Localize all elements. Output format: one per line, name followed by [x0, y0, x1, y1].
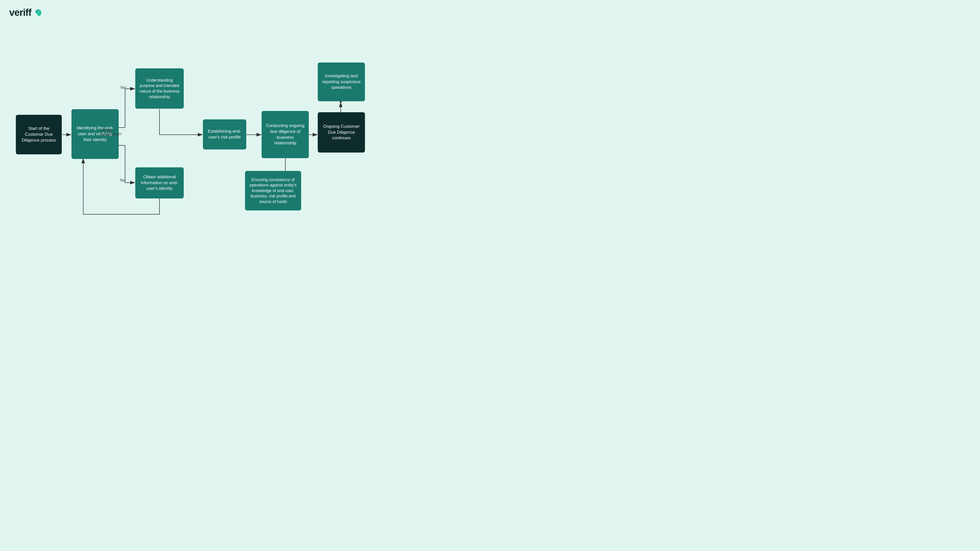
node-ongoing-continues: Ongoing Customer Due Diligence continues — [318, 112, 365, 152]
node-understanding: Understanding purpose and intended natur… — [135, 68, 184, 109]
logo: veriff — [9, 7, 43, 18]
node-risk-profile: Establishing end-user's risk profile — [203, 119, 246, 149]
logo-leaf-icon — [33, 8, 43, 17]
label-yes: Yes — [120, 86, 127, 90]
node-obtain: Obtain additional information on end-use… — [135, 167, 184, 198]
label-identity-established: Identityestablished? — [100, 127, 121, 136]
node-investigating: Investigating and reporting suspicious o… — [318, 62, 365, 101]
node-start: Start of the Customer Due Diligence proc… — [16, 115, 62, 154]
node-ongoing-due: Conducting ongoing due diligence of busi… — [262, 111, 309, 158]
flowchart: Start of the Customer Due Diligence proc… — [0, 30, 490, 275]
logo-text: veriff — [9, 7, 32, 18]
node-ensuring: Ensuring consistency of operations again… — [245, 171, 301, 210]
label-no: No — [120, 178, 125, 183]
